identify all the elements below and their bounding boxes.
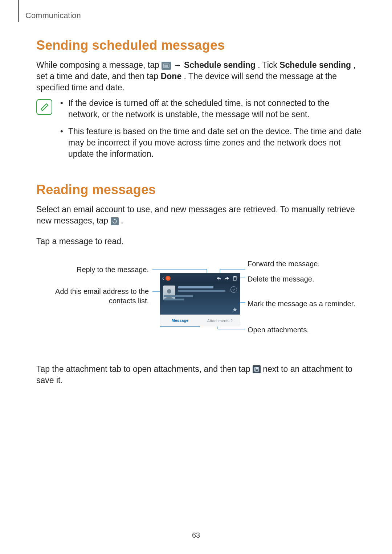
paragraph-sending-scheduled: While composing a message, tap → Schedul… [36,59,363,93]
svg-point-20 [167,289,171,294]
breadcrumb: Communication [25,11,363,20]
callout-add-contact: Add this email address to the contacts l… [47,287,149,305]
account-dot-icon[interactable] [166,276,171,281]
callout-star: Mark the message as a reminder. [248,299,355,308]
reply-icon[interactable] [216,275,222,281]
note-item: If the device is turned off at the sched… [60,98,363,120]
paragraph-tap-to-read: Tap a message to read. [36,236,363,247]
note-item: This feature is based on the time and da… [60,126,363,160]
sender-avatar[interactable] [163,286,175,300]
paragraph-reading-1: Select an email account to use, and new … [36,204,363,226]
tab-message[interactable]: Message [160,315,200,327]
svg-rect-19 [234,276,236,276]
heading-reading-messages: Reading messages [36,182,363,197]
text-fragment: Tap the attachment tab to open attachmen… [36,364,253,374]
tab-attachments[interactable]: Attachments 2 [200,315,240,327]
text-bold: Schedule sending [184,60,256,70]
forward-icon[interactable] [224,275,230,281]
refresh-icon [111,217,119,225]
diagram-email-screen: ‹ [44,258,356,353]
text-fragment: Select an email account to use, and new … [36,205,355,225]
back-icon[interactable]: ‹ [162,275,164,281]
text-fragment: → [173,60,184,70]
email-body [160,283,240,315]
side-rule [18,0,19,22]
svg-marker-21 [233,307,237,312]
email-toolbar: ‹ [160,273,240,283]
svg-line-5 [42,105,45,108]
email-preview-lines [178,286,237,312]
star-icon[interactable] [232,307,238,312]
svg-rect-24 [255,370,258,371]
callout-forward: Forward the message. [248,259,320,268]
svg-rect-18 [233,276,237,277]
callout-delete: Delete the message. [248,274,314,284]
save-icon [253,365,261,373]
text-bold: Schedule sending [279,60,351,70]
email-tabs: Message Attachments 2 [160,315,240,327]
note-block: If the device is turned off at the sched… [36,98,363,165]
callout-attachments: Open attachments. [248,325,309,335]
add-contact-icon[interactable] [230,286,237,293]
callout-reply: Reply to the message. [62,265,149,274]
phone-screenshot: ‹ [160,273,240,323]
paragraph-attachments: Tap the attachment tab to open attachmen… [36,364,363,386]
text-fragment: . Tick [258,60,279,70]
page-number: 63 [0,531,392,539]
text-fragment: While composing a message, tap [36,60,162,70]
trash-icon[interactable] [232,275,238,281]
svg-rect-23 [256,368,258,369]
note-icon [36,99,52,115]
svg-marker-6 [114,219,115,220]
text-bold: Done [161,71,182,81]
menu-icon [162,62,171,70]
svg-rect-17 [233,277,236,280]
heading-sending-scheduled: Sending scheduled messages [36,38,363,53]
text-fragment: . [121,216,123,225]
